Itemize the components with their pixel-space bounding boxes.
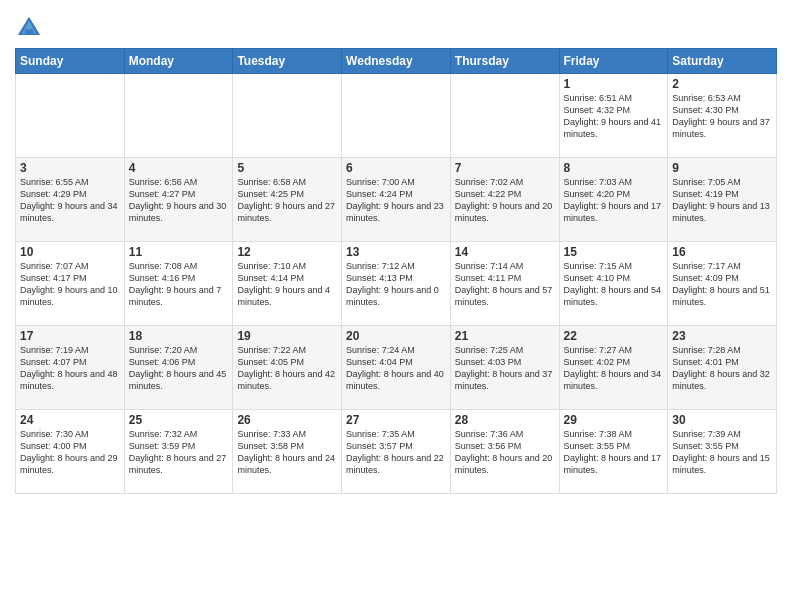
day-info: Sunrise: 6:58 AM Sunset: 4:25 PM Dayligh… [237, 176, 337, 225]
calendar-cell: 3Sunrise: 6:55 AM Sunset: 4:29 PM Daylig… [16, 158, 125, 242]
weekday-header: Friday [559, 49, 668, 74]
day-number: 26 [237, 413, 337, 427]
calendar-cell: 9Sunrise: 7:05 AM Sunset: 4:19 PM Daylig… [668, 158, 777, 242]
calendar-cell: 30Sunrise: 7:39 AM Sunset: 3:55 PM Dayli… [668, 410, 777, 494]
day-info: Sunrise: 7:28 AM Sunset: 4:01 PM Dayligh… [672, 344, 772, 393]
day-info: Sunrise: 7:08 AM Sunset: 4:16 PM Dayligh… [129, 260, 229, 309]
calendar-cell: 12Sunrise: 7:10 AM Sunset: 4:14 PM Dayli… [233, 242, 342, 326]
logo [15, 14, 47, 42]
day-number: 18 [129, 329, 229, 343]
calendar-cell: 8Sunrise: 7:03 AM Sunset: 4:20 PM Daylig… [559, 158, 668, 242]
calendar-cell: 25Sunrise: 7:32 AM Sunset: 3:59 PM Dayli… [124, 410, 233, 494]
day-number: 4 [129, 161, 229, 175]
day-number: 16 [672, 245, 772, 259]
day-number: 24 [20, 413, 120, 427]
calendar-table: SundayMondayTuesdayWednesdayThursdayFrid… [15, 48, 777, 494]
calendar-cell: 29Sunrise: 7:38 AM Sunset: 3:55 PM Dayli… [559, 410, 668, 494]
calendar-cell [342, 74, 451, 158]
calendar-cell [124, 74, 233, 158]
day-info: Sunrise: 7:36 AM Sunset: 3:56 PM Dayligh… [455, 428, 555, 477]
day-info: Sunrise: 7:12 AM Sunset: 4:13 PM Dayligh… [346, 260, 446, 309]
page: SundayMondayTuesdayWednesdayThursdayFrid… [0, 0, 792, 504]
calendar-cell: 6Sunrise: 7:00 AM Sunset: 4:24 PM Daylig… [342, 158, 451, 242]
day-info: Sunrise: 7:15 AM Sunset: 4:10 PM Dayligh… [564, 260, 664, 309]
day-info: Sunrise: 7:19 AM Sunset: 4:07 PM Dayligh… [20, 344, 120, 393]
svg-rect-2 [25, 29, 33, 35]
day-info: Sunrise: 7:38 AM Sunset: 3:55 PM Dayligh… [564, 428, 664, 477]
day-info: Sunrise: 7:32 AM Sunset: 3:59 PM Dayligh… [129, 428, 229, 477]
day-info: Sunrise: 7:17 AM Sunset: 4:09 PM Dayligh… [672, 260, 772, 309]
day-info: Sunrise: 6:56 AM Sunset: 4:27 PM Dayligh… [129, 176, 229, 225]
header-row: SundayMondayTuesdayWednesdayThursdayFrid… [16, 49, 777, 74]
day-info: Sunrise: 7:22 AM Sunset: 4:05 PM Dayligh… [237, 344, 337, 393]
day-number: 13 [346, 245, 446, 259]
calendar-cell: 4Sunrise: 6:56 AM Sunset: 4:27 PM Daylig… [124, 158, 233, 242]
calendar-cell: 27Sunrise: 7:35 AM Sunset: 3:57 PM Dayli… [342, 410, 451, 494]
calendar-cell [16, 74, 125, 158]
logo-icon [15, 14, 43, 42]
day-number: 5 [237, 161, 337, 175]
day-number: 22 [564, 329, 664, 343]
day-info: Sunrise: 7:14 AM Sunset: 4:11 PM Dayligh… [455, 260, 555, 309]
calendar-cell: 28Sunrise: 7:36 AM Sunset: 3:56 PM Dayli… [450, 410, 559, 494]
calendar-week: 24Sunrise: 7:30 AM Sunset: 4:00 PM Dayli… [16, 410, 777, 494]
calendar-cell: 14Sunrise: 7:14 AM Sunset: 4:11 PM Dayli… [450, 242, 559, 326]
day-info: Sunrise: 6:51 AM Sunset: 4:32 PM Dayligh… [564, 92, 664, 141]
calendar-cell: 1Sunrise: 6:51 AM Sunset: 4:32 PM Daylig… [559, 74, 668, 158]
day-number: 14 [455, 245, 555, 259]
calendar-body: 1Sunrise: 6:51 AM Sunset: 4:32 PM Daylig… [16, 74, 777, 494]
calendar-cell: 16Sunrise: 7:17 AM Sunset: 4:09 PM Dayli… [668, 242, 777, 326]
day-info: Sunrise: 7:30 AM Sunset: 4:00 PM Dayligh… [20, 428, 120, 477]
header [15, 10, 777, 42]
calendar-cell: 17Sunrise: 7:19 AM Sunset: 4:07 PM Dayli… [16, 326, 125, 410]
calendar-cell: 7Sunrise: 7:02 AM Sunset: 4:22 PM Daylig… [450, 158, 559, 242]
day-number: 17 [20, 329, 120, 343]
day-number: 25 [129, 413, 229, 427]
day-info: Sunrise: 7:10 AM Sunset: 4:14 PM Dayligh… [237, 260, 337, 309]
calendar-week: 3Sunrise: 6:55 AM Sunset: 4:29 PM Daylig… [16, 158, 777, 242]
day-info: Sunrise: 7:35 AM Sunset: 3:57 PM Dayligh… [346, 428, 446, 477]
calendar-header: SundayMondayTuesdayWednesdayThursdayFrid… [16, 49, 777, 74]
calendar-week: 10Sunrise: 7:07 AM Sunset: 4:17 PM Dayli… [16, 242, 777, 326]
weekday-header: Thursday [450, 49, 559, 74]
day-info: Sunrise: 7:33 AM Sunset: 3:58 PM Dayligh… [237, 428, 337, 477]
day-number: 6 [346, 161, 446, 175]
day-number: 8 [564, 161, 664, 175]
day-number: 29 [564, 413, 664, 427]
day-info: Sunrise: 7:05 AM Sunset: 4:19 PM Dayligh… [672, 176, 772, 225]
day-number: 27 [346, 413, 446, 427]
weekday-header: Saturday [668, 49, 777, 74]
day-info: Sunrise: 7:39 AM Sunset: 3:55 PM Dayligh… [672, 428, 772, 477]
calendar-cell: 20Sunrise: 7:24 AM Sunset: 4:04 PM Dayli… [342, 326, 451, 410]
day-info: Sunrise: 7:20 AM Sunset: 4:06 PM Dayligh… [129, 344, 229, 393]
calendar-cell: 26Sunrise: 7:33 AM Sunset: 3:58 PM Dayli… [233, 410, 342, 494]
day-number: 21 [455, 329, 555, 343]
day-info: Sunrise: 7:07 AM Sunset: 4:17 PM Dayligh… [20, 260, 120, 309]
day-info: Sunrise: 7:02 AM Sunset: 4:22 PM Dayligh… [455, 176, 555, 225]
day-number: 20 [346, 329, 446, 343]
day-info: Sunrise: 6:55 AM Sunset: 4:29 PM Dayligh… [20, 176, 120, 225]
weekday-header: Sunday [16, 49, 125, 74]
calendar-cell: 22Sunrise: 7:27 AM Sunset: 4:02 PM Dayli… [559, 326, 668, 410]
calendar-cell: 24Sunrise: 7:30 AM Sunset: 4:00 PM Dayli… [16, 410, 125, 494]
calendar-cell: 13Sunrise: 7:12 AM Sunset: 4:13 PM Dayli… [342, 242, 451, 326]
calendar-cell: 10Sunrise: 7:07 AM Sunset: 4:17 PM Dayli… [16, 242, 125, 326]
day-number: 9 [672, 161, 772, 175]
calendar-cell: 19Sunrise: 7:22 AM Sunset: 4:05 PM Dayli… [233, 326, 342, 410]
calendar-cell: 2Sunrise: 6:53 AM Sunset: 4:30 PM Daylig… [668, 74, 777, 158]
weekday-header: Wednesday [342, 49, 451, 74]
day-number: 15 [564, 245, 664, 259]
day-info: Sunrise: 7:03 AM Sunset: 4:20 PM Dayligh… [564, 176, 664, 225]
calendar-cell: 18Sunrise: 7:20 AM Sunset: 4:06 PM Dayli… [124, 326, 233, 410]
day-number: 12 [237, 245, 337, 259]
calendar-cell [450, 74, 559, 158]
calendar-cell: 21Sunrise: 7:25 AM Sunset: 4:03 PM Dayli… [450, 326, 559, 410]
day-number: 11 [129, 245, 229, 259]
day-info: Sunrise: 7:24 AM Sunset: 4:04 PM Dayligh… [346, 344, 446, 393]
calendar-cell [233, 74, 342, 158]
calendar-cell: 11Sunrise: 7:08 AM Sunset: 4:16 PM Dayli… [124, 242, 233, 326]
day-number: 7 [455, 161, 555, 175]
day-number: 10 [20, 245, 120, 259]
calendar-week: 17Sunrise: 7:19 AM Sunset: 4:07 PM Dayli… [16, 326, 777, 410]
calendar-week: 1Sunrise: 6:51 AM Sunset: 4:32 PM Daylig… [16, 74, 777, 158]
